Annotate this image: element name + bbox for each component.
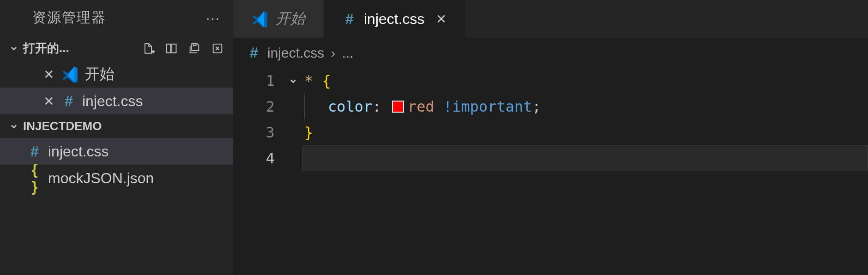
breadcrumb-file: inject.css (267, 45, 324, 61)
chevron-down-icon (9, 122, 18, 131)
folder-name: INJECTDEMO (23, 119, 102, 133)
svg-rect-2 (193, 43, 196, 46)
chevron-down-icon[interactable] (289, 68, 298, 94)
css-file-icon: # (62, 93, 76, 110)
css-file-icon: # (343, 11, 356, 28)
explorer-title: 资源管理器 (32, 8, 106, 27)
new-file-icon[interactable] (142, 42, 155, 55)
current-line[interactable] (302, 145, 868, 171)
code-value: red (408, 94, 434, 120)
close-icon[interactable]: ✕ (436, 12, 446, 27)
more-actions-icon[interactable]: ··· (206, 10, 220, 26)
code-important: !important (443, 94, 532, 120)
line-number: 1 (233, 68, 275, 94)
color-swatch-icon[interactable] (392, 101, 404, 113)
json-file-icon: { } (28, 161, 42, 195)
close-icon[interactable]: ✕ (42, 94, 55, 109)
open-editors-label: 打开的... (23, 40, 69, 56)
editor-tabs: 开始 # inject.css ✕ (233, 0, 868, 38)
code-brace: { (322, 68, 331, 94)
fold-gutter (284, 68, 302, 171)
tab-welcome[interactable]: 开始 (233, 0, 324, 38)
code-brace: } (304, 120, 313, 145)
tab-inject-css[interactable]: # inject.css ✕ (324, 0, 465, 38)
code-content[interactable]: * { color: red !important; } (302, 68, 868, 171)
chevron-down-icon (9, 44, 18, 53)
open-editor-item[interactable]: ✕ 开始 (0, 61, 233, 88)
tab-label: 开始 (276, 9, 305, 29)
code-editor[interactable]: 1 2 3 4 * { color: re (233, 68, 868, 171)
explorer-sidebar: 资源管理器 ··· 打开的... (0, 0, 233, 275)
open-editors-header[interactable]: 打开的... (0, 36, 233, 61)
close-icon[interactable]: ✕ (42, 67, 55, 82)
folder-header[interactable]: INJECTDEMO (0, 114, 233, 138)
line-number: 3 (233, 120, 275, 145)
file-label: mockJSON.json (48, 170, 154, 187)
file-list: # inject.css { } mockJSON.json (0, 138, 233, 191)
line-number: 4 (233, 145, 275, 171)
editor-area: 开始 # inject.css ✕ # inject.css › ... 1 2… (233, 0, 868, 275)
close-all-icon[interactable] (211, 42, 224, 55)
breadcrumb[interactable]: # inject.css › ... (233, 38, 868, 68)
chevron-right-icon: › (331, 45, 335, 61)
open-editor-item[interactable]: ✕ # inject.css (0, 88, 233, 114)
open-editor-label: 开始 (85, 64, 115, 84)
save-all-icon[interactable] (188, 42, 201, 55)
open-editors-list: ✕ 开始 ✕ # inject.css (0, 61, 233, 114)
svg-rect-0 (167, 44, 171, 53)
code-property: color (328, 94, 372, 120)
vscode-icon (252, 11, 268, 27)
toggle-layout-icon[interactable] (165, 42, 178, 55)
vscode-icon (62, 66, 78, 83)
breadcrumb-rest: ... (342, 45, 353, 61)
code-colon: : (372, 94, 381, 120)
code-selector: * (304, 68, 313, 94)
indent-guide (304, 94, 305, 120)
line-number-gutter: 1 2 3 4 (233, 68, 284, 171)
svg-rect-1 (172, 44, 176, 53)
file-item[interactable]: { } mockJSON.json (0, 165, 233, 191)
tab-label: inject.css (364, 11, 425, 28)
file-label: inject.css (48, 143, 109, 160)
open-editor-label: inject.css (82, 93, 143, 110)
line-number: 2 (233, 94, 275, 120)
css-file-icon: # (28, 143, 42, 160)
code-semicolon: ; (532, 94, 541, 120)
css-file-icon: # (247, 44, 261, 61)
